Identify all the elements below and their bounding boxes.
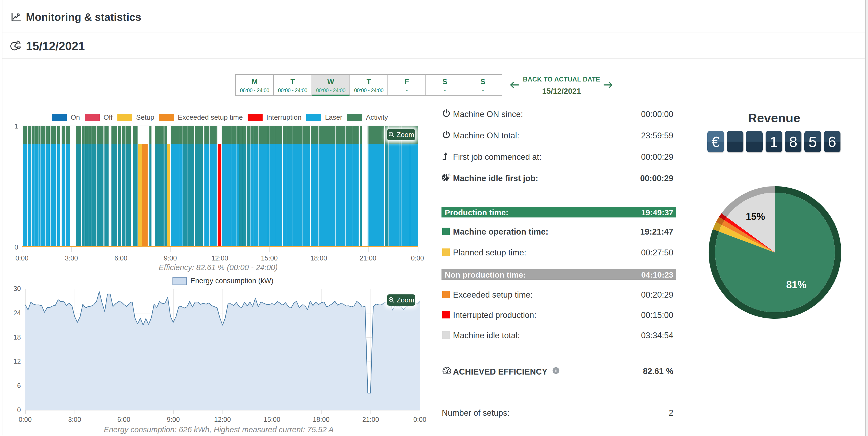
svg-text:Z: Z xyxy=(447,175,450,179)
svg-text:z: z xyxy=(450,174,452,177)
